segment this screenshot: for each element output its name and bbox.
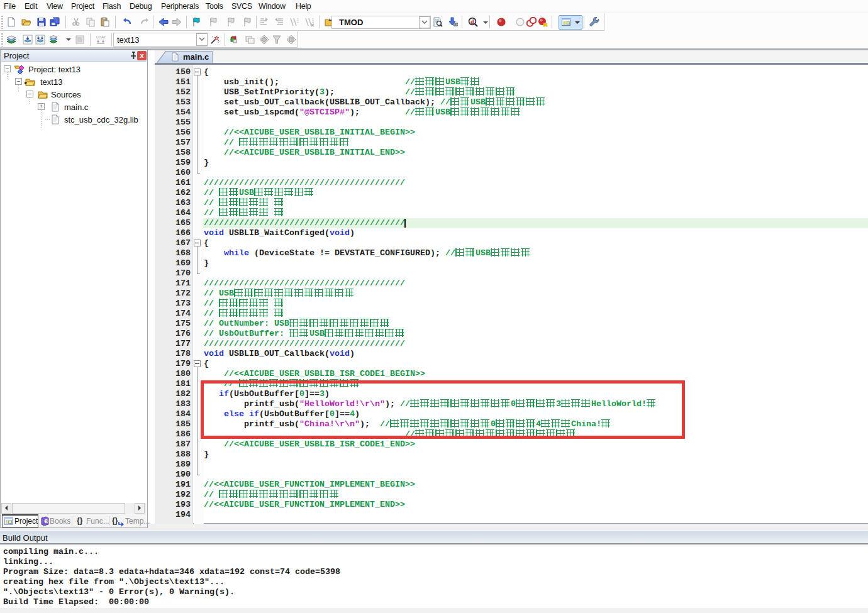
svg-text:d: d bbox=[470, 18, 474, 25]
svg-text:?: ? bbox=[45, 519, 48, 524]
svg-text:LOAD: LOAD bbox=[96, 35, 106, 39]
